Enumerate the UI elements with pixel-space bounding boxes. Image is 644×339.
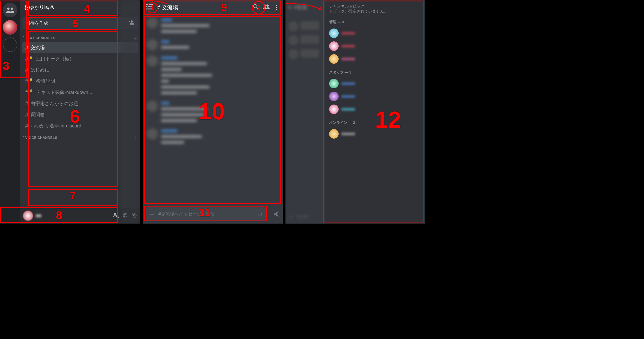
topic-label: チャンネルトピック [329,4,421,9]
member-avatar [329,41,339,51]
svg-line-5 [118,217,119,218]
channel-label: 江口トーク（極） [36,56,74,62]
add-server-button[interactable] [3,37,17,52]
svg-point-10 [266,4,269,7]
member-item[interactable]: ■■■■■ [329,53,421,65]
svg-point-3 [114,213,116,215]
member-name: ■■■■■ [341,44,355,49]
hash-icon: # [25,44,28,51]
channel-title: # 交流場 [157,4,178,11]
svg-point-7 [254,4,257,8]
self-username: ■■ [36,213,110,218]
svg-point-0 [7,8,10,10]
friends-button[interactable] [3,3,17,17]
member-item[interactable]: ■■■■■ [329,127,421,140]
chevron-down-icon: ˅ [22,136,24,140]
hash-icon: # [25,89,28,96]
member-name: ■■■■■ [341,107,355,112]
send-button[interactable] [269,207,283,221]
member-avatar [329,29,339,38]
header-menu-icon[interactable]: ⋮ [274,4,279,11]
member-item[interactable]: ■■■■■ [329,103,421,116]
lock-icon: 🔒 [29,89,33,92]
svg-line-8 [257,8,258,9]
message-input[interactable] [158,212,254,217]
role-header: 管理 — 3 [329,20,421,25]
channel-label: 交流場 [31,44,45,51]
members-panel: チャンネルトピック トピックが設定されていません。 管理 — 3■■■■■■■■… [325,0,425,224]
channel-label: 由宇霧さんからのお題 [31,100,78,107]
hamburger-icon[interactable] [146,4,153,11]
channel-label: おゆかり名簿-in-discord [31,123,81,129]
member-name: ■■■■■ [341,31,355,36]
chevron-down-icon: ˅ [22,36,24,40]
hash-icon: # [25,123,28,129]
member-item[interactable]: ■■■■■ [329,27,421,40]
composer: ＋ ☺ [146,207,266,221]
member-name: ■■■■■ [341,56,355,61]
svg-point-1 [11,8,13,10]
hash-icon: # [25,112,28,118]
role-header: スタッフ — 3 [329,70,421,75]
topic-text: トピックが設定されていません。 [329,9,421,14]
server-name: おゆかり民♨ [24,4,54,11]
member-item[interactable]: ■■■■■ [329,77,421,90]
role-header: オンライン — 2 [329,120,421,125]
server-avatar[interactable] [3,20,17,35]
screen-members: ≡#交流 ＋ #交流 チャンネルトピック トピックが設定されていません。 管理 … [285,0,425,224]
channel-label: テキスト装飾-markdown... [36,89,92,96]
member-item[interactable]: ■■■■■ [329,90,421,103]
hash-icon: # [25,67,28,73]
members-icon[interactable] [263,4,270,11]
search-icon[interactable] [253,4,259,11]
invite-label: 招待を作成 [26,20,48,26]
guild-rail [0,0,20,224]
lock-icon: 🔒 [29,56,33,59]
hash-icon: # [25,100,28,107]
screen-server-channels: おゆかり民♨ ⋮ 招待を作成 ˅ TEXT CHANNELS ＋ #交流場#🔒江… [0,0,140,224]
member-avatar [329,92,339,101]
member-avatar [329,105,339,114]
emoji-icon[interactable]: ☺ [257,211,263,217]
screen-chat: # 交流場 ⋮ ■■■■■■■■■■■■■■■■■■■■■■■■■■■■■■■■… [143,0,283,224]
member-item[interactable]: ■■■■■ [329,40,421,53]
message-list[interactable]: ■■■■■■■■■■■■■■■■■■■■■■■■■■■■■■■■■■■■■ ■■… [143,15,283,205]
hash-icon: # [25,78,28,84]
channel-label: はじめに [31,67,50,73]
friend-search-icon[interactable] [113,212,119,219]
attach-icon[interactable]: ＋ [149,210,155,218]
member-avatar [329,129,339,139]
channel-label: 役職説明 [36,78,55,84]
member-name: ■■■■■ [341,94,355,99]
member-avatar [329,54,339,64]
svg-point-9 [264,4,266,7]
member-avatar [329,79,339,88]
hash-icon: # [25,56,28,62]
lock-icon: 🔒 [29,78,33,81]
member-name: ■■■■■ [341,81,355,86]
self-avatar[interactable] [23,211,33,221]
people-icon [6,7,14,13]
chat-header: # 交流場 ⋮ [143,0,283,15]
member-name: ■■■■■ [341,131,355,136]
channel-label: 質問箱 [31,112,45,118]
